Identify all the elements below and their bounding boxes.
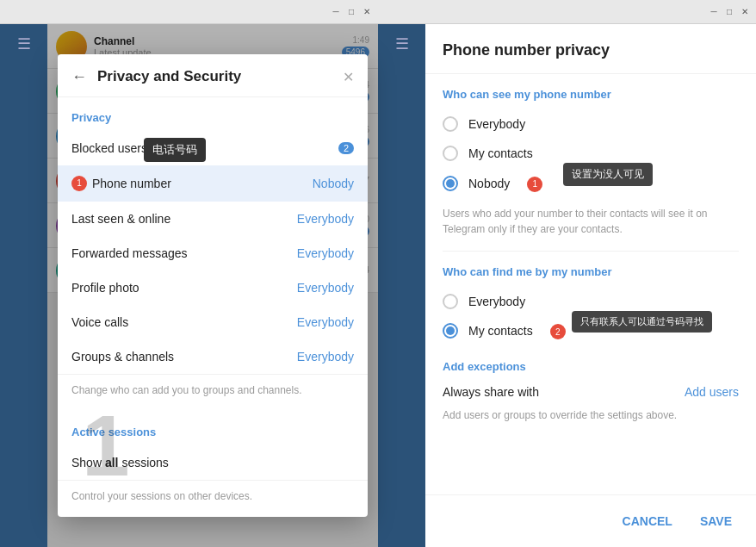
last-seen-value: Everybody [297,212,354,226]
radio-label-nobody: Nobody [468,177,510,190]
back-button[interactable]: ← [71,68,87,86]
last-seen-label: Last seen & online [71,212,297,226]
phone-dialog-header: Phone number privacy [425,24,756,74]
left-title-bar: ─ □ ✕ [0,0,378,24]
step1-badge: 1 [71,176,87,191]
exceptions-note: Add users or groups to override the sett… [443,407,739,423]
show-sessions-label: Show all sessions [71,456,354,469]
always-share-label: Always share with [443,385,539,399]
window-controls-right: ─ □ ✕ [708,6,751,18]
step2-badge-right: 2 [550,324,566,339]
nobody-tooltip: 设置为没人可见 [563,163,653,186]
maximize-btn-right[interactable]: □ [723,6,735,18]
groups-channels-label: Groups & channels [71,350,297,364]
profile-photo-value: Everybody [297,281,354,295]
radio-label-everybody-2: Everybody [468,295,525,308]
maximize-btn[interactable]: □ [345,6,357,18]
phone-number-label: Phone number [92,177,313,190]
voice-calls-label: Voice calls [71,315,297,329]
right-window-content: ☰ Channel Latest update 1:49 496 [378,24,756,547]
add-users-button[interactable]: Add users [685,385,739,399]
radio-nobody[interactable]: Nobody 1 设置为没人可见 [443,168,739,199]
radio-circle-mycontacts-2 [443,323,458,339]
menu-icon[interactable]: ☰ [14,31,34,57]
radio-mycontacts-2[interactable]: My contacts 2 只有联系人可以通过号码寻找 [443,316,739,347]
radio-label-mycontacts-1: My contacts [468,146,533,160]
dialog-overlay-left: ← Privacy and Security ✕ Privacy Blocked… [47,24,378,547]
groups-footer: Change who can add you to groups and cha… [58,374,368,412]
minimize-btn-right[interactable]: ─ [708,6,720,18]
forwarded-label: Forwarded messages [71,246,297,260]
left-window: ─ □ ✕ ☰ Channel Latest update 1:49 5 [0,0,378,547]
groups-channels-item[interactable]: Groups & channels Everybody [58,339,368,374]
dialog-header: ← Privacy and Security ✕ [58,54,368,97]
privacy-note: Users who add your number to their conta… [443,199,739,252]
step1-badge-right: 1 [527,177,542,192]
left-window-content: ☰ Channel Latest update 1:49 5496 [0,24,378,547]
close-btn-left[interactable]: ✕ [361,6,373,18]
privacy-section-label: Privacy [58,97,368,131]
radio-circle-everybody-1 [443,116,458,132]
groups-channels-value: Everybody [297,350,354,364]
tooltip-nobody-text: 设置为没人可见 [572,168,644,180]
right-window: ─ □ ✕ ☰ Channel Latest update 1:49 4 [378,0,756,547]
chat-sidebar-right: ☰ [378,24,425,547]
phone-number-item[interactable]: 1 Phone number 电话号码 Nobody [58,165,368,202]
dialog-body: Privacy Blocked users 2 1 Phone number 电… [58,97,368,518]
right-title-bar: ─ □ ✕ [378,0,756,24]
active-sessions-label: Active sessions [58,412,368,445]
voice-calls-item[interactable]: Voice calls Everybody [58,305,368,339]
section2-heading: Who can find me by my number [443,252,739,287]
phone-dialog-title: Phone number privacy [443,41,739,59]
radio-label-mycontacts-2: My contacts [468,324,533,338]
phone-number-value: Nobody [313,177,354,190]
sessions-footer: Control your sessions on other devices. [58,480,368,518]
section1-heading: Who can see my phone number [443,74,739,109]
show-sessions-item[interactable]: Show all sessions [58,445,368,480]
cancel-button[interactable]: CANCEL [616,509,679,533]
radio-everybody-1[interactable]: Everybody [443,109,739,139]
privacy-security-dialog: ← Privacy and Security ✕ Privacy Blocked… [58,54,368,518]
chat-sidebar-left: ☰ [0,24,47,547]
radio-circle-everybody-2 [443,294,458,309]
forwarded-item[interactable]: Forwarded messages Everybody [58,236,368,270]
window-controls: ─ □ ✕ [330,6,373,18]
phone-privacy-dialog: Phone number privacy Who can see my phon… [425,24,756,547]
forwarded-value: Everybody [297,246,354,260]
voice-calls-value: Everybody [297,315,354,329]
radio-circle-mycontacts-1 [443,146,458,161]
blocked-users-item[interactable]: Blocked users 2 [58,131,368,165]
add-exceptions-header: Add exceptions [443,360,739,382]
profile-photo-label: Profile photo [71,281,297,295]
close-dialog-button[interactable]: ✕ [343,69,354,85]
dialog-title: Privacy and Security [97,68,343,85]
tooltip-text: 电话号码 [152,143,197,156]
radio-label-everybody-1: Everybody [468,117,525,131]
blocked-users-badge: 2 [338,142,354,154]
add-exceptions-section: Add exceptions Always share with Add use… [443,346,739,423]
profile-photo-item[interactable]: Profile photo Everybody [58,270,368,305]
mycontacts-tooltip: 只有联系人可以通过号码寻找 [572,311,712,333]
phone-dialog-body: Who can see my phone number Everybody My… [425,74,756,494]
tooltip-mycontacts-text: 只有联系人可以通过号码寻找 [580,316,703,326]
radio-circle-nobody [443,176,458,191]
last-seen-item[interactable]: Last seen & online Everybody [58,202,368,236]
menu-icon-right[interactable]: ☰ [392,31,412,57]
save-button[interactable]: SAVE [693,509,739,533]
phone-tooltip: 电话号码 [144,138,206,162]
close-btn-right[interactable]: ✕ [739,6,751,18]
exceptions-row: Always share with Add users [443,382,739,407]
minimize-btn[interactable]: ─ [330,6,342,18]
phone-dialog-footer: CANCEL SAVE [425,494,756,547]
